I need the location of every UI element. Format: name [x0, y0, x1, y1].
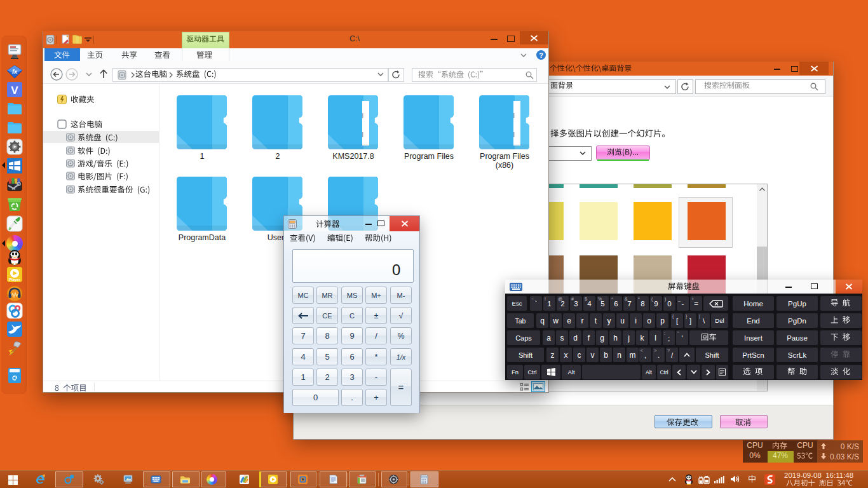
svg-text:?: ? [539, 51, 543, 59]
svg-text:Player: Player [9, 278, 21, 281]
svg-text:fx: fx [12, 69, 18, 75]
svg-text:V: V [11, 85, 18, 97]
